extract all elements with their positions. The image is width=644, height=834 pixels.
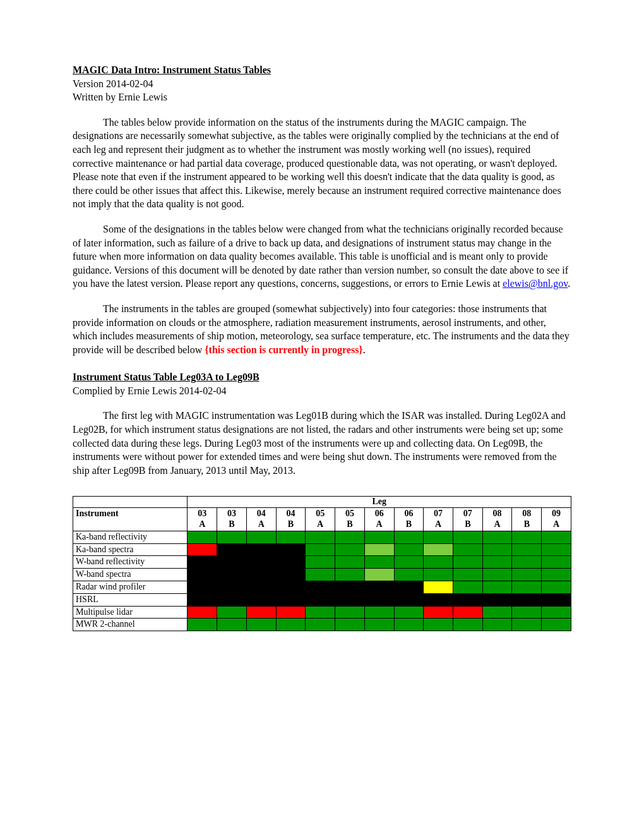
leg-col: 05A bbox=[306, 508, 335, 531]
status-cell bbox=[306, 556, 335, 569]
status-cell bbox=[364, 606, 394, 619]
instrument-name: W-band reflectivity bbox=[73, 556, 188, 569]
status-cell bbox=[424, 543, 453, 556]
contact-email-link[interactable]: elewis@bnl.gov bbox=[503, 278, 568, 289]
blank-head bbox=[73, 497, 188, 508]
status-cell bbox=[276, 619, 306, 631]
status-cell bbox=[335, 569, 365, 581]
status-cell bbox=[364, 569, 394, 581]
instrument-name: Ka-band reflectivity bbox=[73, 531, 188, 543]
paragraph-4: The first leg with MAGIC instrumentation… bbox=[73, 409, 571, 477]
status-cell bbox=[335, 581, 365, 594]
status-cell bbox=[453, 619, 482, 631]
status-cell bbox=[512, 619, 542, 631]
status-cell bbox=[482, 593, 512, 606]
status-cell bbox=[512, 606, 542, 619]
paragraph-3-text-b: . bbox=[363, 344, 366, 355]
status-cell bbox=[453, 569, 482, 581]
table-row: Ka-band spectra bbox=[73, 543, 571, 556]
status-cell bbox=[394, 569, 424, 581]
status-cell bbox=[188, 569, 217, 581]
status-cell bbox=[217, 569, 247, 581]
paragraph-3: The instruments in the tables are groupe… bbox=[73, 302, 571, 356]
instrument-status-table: LegInstrument03A03B04A04B05A05B06A06B07A… bbox=[73, 496, 571, 631]
status-cell bbox=[276, 531, 306, 543]
status-cell bbox=[512, 569, 542, 581]
status-cell bbox=[217, 606, 247, 619]
paragraph-2-text-b: . bbox=[568, 278, 570, 289]
status-cell bbox=[188, 593, 217, 606]
status-cell bbox=[424, 619, 453, 631]
instrument-header: Instrument bbox=[73, 508, 188, 531]
instrument-name: Ka-band spectra bbox=[73, 543, 188, 556]
paragraph-2: Some of the designations in the tables b… bbox=[73, 222, 571, 291]
table-row: MWR 2-channel bbox=[73, 619, 571, 631]
status-cell bbox=[364, 543, 394, 556]
status-cell bbox=[542, 606, 571, 619]
in-progress-note: {this section is currently in progress} bbox=[205, 344, 362, 355]
status-cell bbox=[542, 531, 571, 543]
leg-col: 08B bbox=[512, 508, 542, 531]
status-cell bbox=[424, 569, 453, 581]
status-cell bbox=[453, 543, 482, 556]
status-cell bbox=[306, 531, 335, 543]
status-cell bbox=[482, 531, 512, 543]
status-cell bbox=[246, 593, 276, 606]
page-title: MAGIC Data Intro: Instrument Status Tabl… bbox=[73, 64, 271, 75]
leg-col: 09A bbox=[542, 508, 571, 531]
status-cell bbox=[188, 581, 217, 594]
status-cell bbox=[276, 556, 306, 569]
status-cell bbox=[542, 543, 571, 556]
status-cell bbox=[512, 531, 542, 543]
table-row: HSRL bbox=[73, 593, 571, 606]
status-cell bbox=[276, 581, 306, 594]
status-cell bbox=[188, 606, 217, 619]
status-cell bbox=[246, 556, 276, 569]
status-cell bbox=[364, 593, 394, 606]
status-cell bbox=[246, 619, 276, 631]
status-cell bbox=[335, 606, 365, 619]
status-cell bbox=[424, 606, 453, 619]
status-cell bbox=[394, 593, 424, 606]
instrument-name: Radar wind profiler bbox=[73, 581, 188, 594]
status-cell bbox=[512, 581, 542, 594]
instrument-name: HSRL bbox=[73, 593, 188, 606]
status-cell bbox=[542, 569, 571, 581]
status-cell bbox=[394, 581, 424, 594]
leg-col: 07B bbox=[453, 508, 482, 531]
status-cell bbox=[364, 581, 394, 594]
status-cell bbox=[276, 606, 306, 619]
status-cell bbox=[453, 593, 482, 606]
status-cell bbox=[512, 543, 542, 556]
leg-col: 03A bbox=[188, 508, 217, 531]
leg-col: 03B bbox=[217, 508, 247, 531]
status-cell bbox=[512, 556, 542, 569]
paragraph-4-text: The first leg with MAGIC instrumentation… bbox=[73, 410, 566, 475]
status-cell bbox=[424, 556, 453, 569]
version-line: Version 2014-02-04 bbox=[73, 77, 571, 91]
instrument-name: W-band spectra bbox=[73, 569, 188, 581]
status-cell bbox=[453, 581, 482, 594]
paragraph-2-text-a: Some of the designations in the tables b… bbox=[73, 224, 568, 289]
status-cell bbox=[424, 581, 453, 594]
status-cell bbox=[246, 531, 276, 543]
status-cell bbox=[188, 543, 217, 556]
status-cell bbox=[335, 556, 365, 569]
status-cell bbox=[335, 531, 365, 543]
status-cell bbox=[482, 619, 512, 631]
status-cell bbox=[276, 543, 306, 556]
status-cell bbox=[276, 593, 306, 606]
status-cell bbox=[424, 531, 453, 543]
status-cell bbox=[188, 619, 217, 631]
status-cell bbox=[335, 619, 365, 631]
status-cell bbox=[542, 619, 571, 631]
status-cell bbox=[246, 543, 276, 556]
table-head: LegInstrument03A03B04A04B05A05B06A06B07A… bbox=[73, 497, 571, 531]
status-cell bbox=[335, 593, 365, 606]
paragraph-1: The tables below provide information on … bbox=[73, 116, 571, 211]
status-cell bbox=[394, 543, 424, 556]
leg-col: 06B bbox=[394, 508, 424, 531]
status-cell bbox=[394, 619, 424, 631]
status-cell bbox=[246, 606, 276, 619]
status-cell bbox=[394, 606, 424, 619]
